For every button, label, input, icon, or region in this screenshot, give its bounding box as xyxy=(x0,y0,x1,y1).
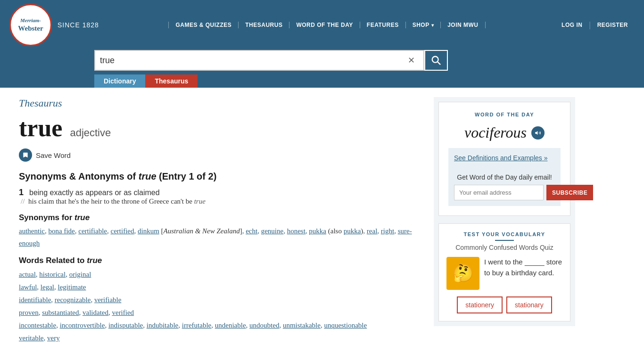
vocab-question: I went to the _____ store to buy a birth… xyxy=(484,257,562,278)
search-button[interactable] xyxy=(424,50,448,71)
rel-veritable[interactable]: veritable xyxy=(19,334,43,342)
search-input-wrapper: ✕ xyxy=(94,50,424,71)
rel-incontrovertible[interactable]: incontrovertible xyxy=(60,321,105,329)
main-word: true xyxy=(19,114,62,142)
related-row-1: actual, historical, original xyxy=(19,268,424,281)
syn-certified[interactable]: certified xyxy=(111,227,134,235)
rel-undeniable[interactable]: undeniable xyxy=(215,321,246,329)
section-label: Thesaurus xyxy=(19,97,424,109)
svg-point-0 xyxy=(432,57,438,63)
vocab-choices: stationery stationary xyxy=(446,296,562,313)
rel-original[interactable]: original xyxy=(69,271,91,278)
auth-area: LOG IN | REGISTER xyxy=(555,21,635,29)
rel-verifiable[interactable]: verifiable xyxy=(94,296,121,304)
synonyms-list: authentic, bona fide, certifiable, certi… xyxy=(19,225,424,249)
main-nav: GAMES & QUIZZES THESAURUS WORD OF THE DA… xyxy=(99,22,555,28)
audio-button[interactable] xyxy=(531,126,545,140)
related-row-2: lawful, legal, legitimate xyxy=(19,281,424,294)
vocab-subtitle: Commonly Confused Words Quiz xyxy=(446,244,562,251)
rel-lawful[interactable]: lawful xyxy=(19,283,37,291)
rel-identifiable[interactable]: identifiable xyxy=(19,296,51,304)
vocab-image: 🤔 xyxy=(446,257,479,290)
syn-pukka[interactable]: pukka xyxy=(309,227,326,235)
word-header: true adjective xyxy=(19,114,424,142)
tab-thesaurus[interactable]: Thesaurus xyxy=(145,74,198,88)
wotd-see-link[interactable]: See Definitions and Examples » xyxy=(454,154,547,162)
rel-very[interactable]: very xyxy=(47,334,60,342)
wotd-word-area: vociferous xyxy=(448,124,561,141)
synonyms-section: Synonyms for true authentic, bona fide, … xyxy=(19,213,424,249)
entry-title: Synonyms & Antonyms of true (Entry 1 of … xyxy=(19,171,424,182)
rel-indubitable[interactable]: indubitable xyxy=(147,321,179,329)
nav-features[interactable]: FEATURES xyxy=(360,22,406,28)
bookmark-icon[interactable] xyxy=(19,148,32,162)
syn-dinkum[interactable]: dinkum xyxy=(138,227,159,235)
email-input[interactable] xyxy=(454,185,544,200)
nav-shop[interactable]: SHOP ▾ xyxy=(406,22,441,28)
example-sentence: // his claim that he's the heir to the t… xyxy=(19,197,424,206)
search-input[interactable] xyxy=(100,56,404,66)
rel-legal[interactable]: legal xyxy=(41,283,54,291)
syn-genuine[interactable]: genuine xyxy=(261,227,283,235)
rel-unmistakable[interactable]: unmistakable xyxy=(283,321,321,329)
subscribe-button[interactable]: SUBSCRIBE xyxy=(546,185,593,200)
vocab-title: TEST YOUR VOCABULARY xyxy=(446,231,562,237)
related-label: Words Related to true xyxy=(19,256,424,265)
log-in-button[interactable]: LOG IN xyxy=(555,22,589,28)
vocab-question-area: 🤔 I went to the _____ store to buy a bir… xyxy=(446,257,562,290)
rel-substantiated[interactable]: substantiated xyxy=(42,309,79,316)
logo-area: Merriam- Webster SINCE 1828 xyxy=(9,4,99,46)
save-word-button[interactable]: Save Word xyxy=(36,151,71,159)
syn-authentic[interactable]: authentic xyxy=(19,227,45,235)
syn-pukka-alt[interactable]: pukka xyxy=(344,227,361,235)
syn-honest[interactable]: honest xyxy=(287,227,305,235)
nav-wotd[interactable]: WORD OF THE DAY xyxy=(289,22,360,28)
wotd-title: WORD OF THE DAY xyxy=(448,112,561,117)
nav-join[interactable]: JOIN MWU xyxy=(441,22,485,28)
rel-incontestable[interactable]: incontestable xyxy=(19,321,56,329)
syn-right[interactable]: right xyxy=(381,227,394,235)
save-word-area: Save Word xyxy=(19,148,424,162)
main-wrapper: Thesaurus true adjective Save Word Synon… xyxy=(0,88,644,361)
rel-historical[interactable]: historical xyxy=(39,271,66,278)
syn-certifiable[interactable]: certifiable xyxy=(78,227,107,235)
bookmark-svg xyxy=(22,152,29,158)
shop-chevron-icon: ▾ xyxy=(431,23,434,28)
rel-proven[interactable]: proven xyxy=(19,309,39,316)
register-button[interactable]: REGISTER xyxy=(591,22,635,28)
related-row-5: incontestable, incontrovertible, indispu… xyxy=(19,319,424,332)
rel-actual[interactable]: actual xyxy=(19,271,36,278)
related-section: Words Related to true actual, historical… xyxy=(19,256,424,345)
logo[interactable]: Merriam- Webster xyxy=(9,4,52,46)
sidebar-bg: WORD OF THE DAY vociferous See Definitio… xyxy=(434,97,575,326)
syn-bona-fide[interactable]: bona fide xyxy=(48,227,74,235)
related-list: actual, historical, original lawful, leg… xyxy=(19,268,424,345)
rel-recognizable[interactable]: recognizable xyxy=(55,296,91,304)
choice-stationary[interactable]: stationary xyxy=(506,296,552,313)
email-section: See Definitions and Examples » xyxy=(448,148,561,168)
rel-verified[interactable]: verified xyxy=(112,309,134,316)
header-top: Merriam- Webster SINCE 1828 GAMES & QUIZ… xyxy=(0,0,644,50)
choice-stationery[interactable]: stationery xyxy=(457,296,503,313)
sense-number: 1 xyxy=(19,188,24,197)
clear-search-icon[interactable]: ✕ xyxy=(404,55,419,66)
svg-line-1 xyxy=(438,62,440,65)
rel-undoubted[interactable]: undoubted xyxy=(249,321,279,329)
logo-since: SINCE 1828 xyxy=(58,21,99,29)
email-form: SUBSCRIBE xyxy=(454,185,555,200)
nav-games[interactable]: GAMES & QUIZZES xyxy=(168,22,239,28)
nav-thesaurus[interactable]: THESAURUS xyxy=(239,22,289,28)
content-area: Thesaurus true adjective Save Word Synon… xyxy=(19,97,424,351)
rel-unquestionable[interactable]: unquestionable xyxy=(324,321,367,329)
rel-indisputable[interactable]: indisputable xyxy=(108,321,143,329)
sense-block: 1 being exactly as appears or as claimed xyxy=(19,188,424,197)
syn-echt[interactable]: echt xyxy=(246,227,257,235)
rel-irrefutable[interactable]: irrefutable xyxy=(182,321,211,329)
syn-real[interactable]: real xyxy=(367,227,377,235)
wotd-word: vociferous xyxy=(464,124,527,141)
rel-validated[interactable]: validated xyxy=(83,309,108,316)
tab-dictionary[interactable]: Dictionary xyxy=(94,74,145,88)
rel-legitimate[interactable]: legitimate xyxy=(58,283,86,291)
search-area: ✕ Dictionary Thesaurus xyxy=(0,50,644,88)
search-bar: ✕ xyxy=(94,50,635,71)
